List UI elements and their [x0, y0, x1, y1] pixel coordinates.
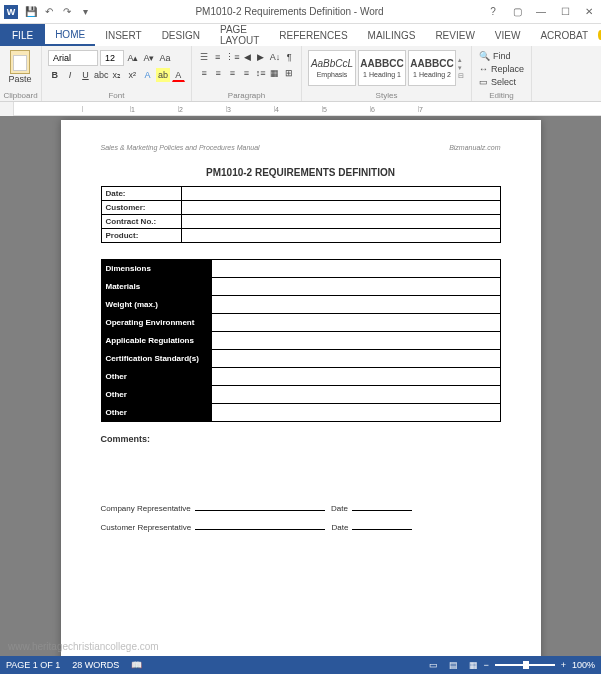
table-row: Operating Environment [101, 314, 500, 332]
ribbon: Paste Clipboard A▴ A▾ Aa B I U abc x₂ x²… [0, 46, 601, 102]
paste-icon [10, 50, 30, 74]
save-icon[interactable]: 💾 [23, 4, 39, 20]
comments-label: Comments: [101, 434, 501, 444]
table-row: Other [101, 386, 500, 404]
font-color-icon[interactable]: A [172, 68, 185, 82]
justify-icon[interactable]: ≡ [240, 66, 252, 80]
tab-mailings[interactable]: MAILINGS [358, 24, 426, 46]
borders-icon[interactable]: ⊞ [283, 66, 295, 80]
tab-design[interactable]: DESIGN [152, 24, 210, 46]
font-name-select[interactable] [48, 50, 98, 66]
group-styles: AaBbCcL Emphasis AABBCC 1 Heading 1 AABB… [302, 46, 472, 101]
tab-insert[interactable]: INSERT [95, 24, 152, 46]
tab-home[interactable]: HOME [45, 24, 95, 46]
table-row: Other [101, 404, 500, 422]
change-case-icon[interactable]: Aa [158, 51, 172, 65]
align-center-icon[interactable]: ≡ [212, 66, 224, 80]
superscript-button[interactable]: x² [126, 68, 139, 82]
zoom-in-icon[interactable]: + [561, 660, 566, 670]
maximize-icon[interactable]: ☐ [557, 4, 573, 20]
group-paragraph: ☰ ≡ ⋮≡ ◀ ▶ A↓ ¶ ≡ ≡ ≡ ≡ ↕≡ ▦ ⊞ Paragraph [192, 46, 302, 101]
ribbon-options-icon[interactable]: ▢ [509, 4, 525, 20]
zoom-out-icon[interactable]: − [483, 660, 488, 670]
horizontal-ruler[interactable]: 1234567 [0, 102, 601, 116]
bold-button[interactable]: B [48, 68, 61, 82]
styles-more-icon[interactable]: ⊟ [458, 72, 464, 80]
window-title: PM1010-2 Requirements Definition - Word [94, 6, 485, 17]
shading-icon[interactable]: ▦ [269, 66, 281, 80]
tab-review[interactable]: REVIEW [425, 24, 484, 46]
bullets-icon[interactable]: ☰ [198, 50, 210, 64]
style-emphasis[interactable]: AaBbCcL Emphasis [308, 50, 356, 86]
group-editing: 🔍Find ↔Replace ▭Select Editing [472, 46, 532, 101]
table-row: Other [101, 368, 500, 386]
decrease-indent-icon[interactable]: ◀ [241, 50, 253, 64]
titlebar: W 💾 ↶ ↷ ▾ PM1010-2 Requirements Definiti… [0, 0, 601, 24]
watermark: www.heritagechristiancollege.com [8, 641, 159, 652]
group-clipboard: Paste Clipboard [0, 46, 42, 101]
table-row: Product: [101, 229, 500, 243]
grow-font-icon[interactable]: A▴ [126, 51, 140, 65]
redo-icon[interactable]: ↷ [59, 4, 75, 20]
minimize-icon[interactable]: — [533, 4, 549, 20]
spec-table[interactable]: Dimensions Materials Weight (max.) Opera… [101, 259, 501, 422]
table-row: Dimensions [101, 260, 500, 278]
close-icon[interactable]: ✕ [581, 4, 597, 20]
web-layout-icon[interactable]: ▦ [464, 658, 482, 672]
word-count[interactable]: 28 WORDS [72, 660, 119, 670]
replace-icon: ↔ [479, 64, 488, 74]
highlight-icon[interactable]: ab [156, 68, 169, 82]
table-row: Weight (max.) [101, 296, 500, 314]
tab-acrobat[interactable]: ACROBAT [530, 24, 598, 46]
styles-up-icon[interactable]: ▴ [458, 56, 464, 64]
shrink-font-icon[interactable]: A▾ [142, 51, 156, 65]
print-layout-icon[interactable]: ▤ [444, 658, 462, 672]
company-sig-line: Company Representative Date [101, 504, 501, 513]
line-spacing-icon[interactable]: ↕≡ [255, 66, 267, 80]
document-area[interactable]: Sales & Marketing Policies and Procedure… [0, 116, 601, 656]
multilevel-icon[interactable]: ⋮≡ [225, 50, 239, 64]
style-heading1[interactable]: AABBCC 1 Heading 1 [358, 50, 406, 86]
document-page[interactable]: Sales & Marketing Policies and Procedure… [61, 120, 541, 656]
tab-page-layout[interactable]: PAGE LAYOUT [210, 24, 269, 46]
tab-references[interactable]: REFERENCES [269, 24, 357, 46]
undo-icon[interactable]: ↶ [41, 4, 57, 20]
tab-file[interactable]: FILE [0, 24, 45, 46]
numbering-icon[interactable]: ≡ [212, 50, 224, 64]
header-table[interactable]: Date: Customer: Contract No.: Product: [101, 186, 501, 243]
zoom-slider[interactable] [495, 664, 555, 666]
table-row: Customer: [101, 201, 500, 215]
align-right-icon[interactable]: ≡ [226, 66, 238, 80]
styles-down-icon[interactable]: ▾ [458, 64, 464, 72]
paste-button[interactable]: Paste [4, 48, 36, 86]
help-icon[interactable]: ? [485, 4, 501, 20]
proofing-icon[interactable]: 📖 [131, 660, 142, 670]
show-marks-icon[interactable]: ¶ [283, 50, 295, 64]
subscript-button[interactable]: x₂ [110, 68, 123, 82]
select-button[interactable]: ▭Select [478, 76, 525, 88]
style-heading2[interactable]: AABBCC 1 Heading 2 [408, 50, 456, 86]
table-row: Materials [101, 278, 500, 296]
qat-more-icon[interactable]: ▾ [77, 4, 93, 20]
font-size-select[interactable] [100, 50, 124, 66]
group-font: A▴ A▾ Aa B I U abc x₂ x² A ab A Font [42, 46, 192, 101]
increase-indent-icon[interactable]: ▶ [255, 50, 267, 64]
replace-button[interactable]: ↔Replace [478, 63, 525, 75]
zoom-level[interactable]: 100% [572, 660, 595, 670]
tab-view[interactable]: VIEW [485, 24, 531, 46]
doc-header-left: Sales & Marketing Policies and Procedure… [101, 144, 260, 151]
word-app-icon: W [4, 5, 18, 19]
doc-title: PM1010-2 REQUIREMENTS DEFINITION [101, 167, 501, 178]
table-row: Certification Standard(s) [101, 350, 500, 368]
text-effects-icon[interactable]: A [141, 68, 154, 82]
doc-header-right: Bizmanualz.com [449, 144, 500, 151]
ribbon-tabs: FILE HOME INSERT DESIGN PAGE LAYOUT REFE… [0, 24, 601, 46]
read-mode-icon[interactable]: ▭ [424, 658, 442, 672]
find-button[interactable]: 🔍Find [478, 50, 525, 62]
page-indicator[interactable]: PAGE 1 OF 1 [6, 660, 60, 670]
italic-button[interactable]: I [63, 68, 76, 82]
underline-button[interactable]: U [79, 68, 92, 82]
align-left-icon[interactable]: ≡ [198, 66, 210, 80]
strike-button[interactable]: abc [94, 68, 108, 82]
sort-icon[interactable]: A↓ [269, 50, 282, 64]
